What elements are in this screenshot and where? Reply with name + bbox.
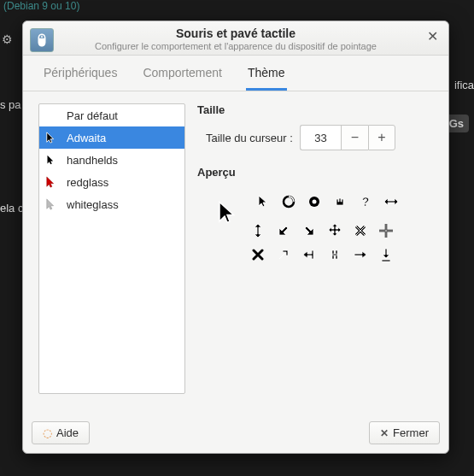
list-item[interactable]: handhelds <box>39 149 184 171</box>
cursor-size-input[interactable] <box>300 125 341 150</box>
preview-cursor-help-icon: ? <box>356 192 375 211</box>
tab-behavior[interactable]: Comportement <box>141 56 224 91</box>
preview-cursor-resize-v-icon <box>249 221 267 240</box>
list-item[interactable]: Par défaut <box>39 104 184 126</box>
theme-settings-pane: Taille Taille du curseur : − + Aperçu <box>197 103 433 406</box>
list-item[interactable]: redglass <box>39 171 184 193</box>
cursor-thumb-icon <box>44 197 58 211</box>
cursor-size-label: Taille du curseur : <box>206 132 293 144</box>
list-item[interactable]: Adwaita <box>39 126 184 149</box>
background-text: ifica <box>454 79 474 91</box>
mouse-settings-dialog: Souris et pavé tactile Configurer le com… <box>22 21 449 454</box>
dialog-title: Souris et pavé tactile <box>32 26 440 40</box>
size-section-title: Taille <box>197 103 433 116</box>
preview-cursor-x-icon <box>249 245 267 264</box>
preview-cursor-tab-right-icon <box>300 245 319 264</box>
background-text: s pa <box>0 98 21 111</box>
close-icon: ✕ <box>380 427 389 439</box>
tab-theme[interactable]: Thème <box>246 56 287 91</box>
list-item-label: redglass <box>67 176 108 189</box>
background-text: ela c <box>0 202 23 214</box>
cursor-thumb-icon <box>44 131 58 144</box>
list-item-label: Adwaita <box>67 132 106 144</box>
cursor-size-row: Taille du curseur : − + <box>206 125 433 150</box>
help-button[interactable]: ◌ Aide <box>32 421 90 444</box>
gear-icon[interactable]: ⚙ <box>2 32 13 46</box>
preview-cursor-resize-bl-icon <box>274 221 293 240</box>
preview-cursor-resize-br-icon <box>300 221 319 240</box>
mouse-app-icon <box>30 28 54 52</box>
list-item-label: handhelds <box>67 154 118 167</box>
list-item-label: whiteglass <box>67 198 119 211</box>
preview-cursor-default-icon <box>254 192 272 211</box>
preview-cursor-default-icon <box>213 199 242 228</box>
cursor-size-spinner: − + <box>300 125 395 150</box>
tab-bar: Périphériques Comportement Thème <box>23 56 448 91</box>
close-button-label: Fermer <box>393 426 429 439</box>
preview-cursor-arrow-ne-icon <box>274 245 293 264</box>
preview-section-title: Aperçu <box>197 166 433 179</box>
cursor-preview-grid: ? <box>213 187 433 264</box>
list-item[interactable]: whiteglass <box>39 193 184 215</box>
titlebar: Souris et pavé tactile Configurer le com… <box>23 21 448 56</box>
dialog-subtitle: Configurer le comportement et l'apparenc… <box>32 41 440 51</box>
preview-cursor-wait-icon <box>305 192 324 211</box>
help-icon: ◌ <box>43 426 52 439</box>
help-button-label: Aide <box>56 426 79 439</box>
preview-cursor-progress-icon <box>279 192 298 211</box>
close-dialog-button[interactable]: ✕ Fermer <box>369 421 440 444</box>
cursor-thumb-icon <box>44 109 58 122</box>
cursor-theme-list[interactable]: Par défaut Adwaita handhelds redglass <box>38 103 185 394</box>
close-icon: ✕ <box>427 29 438 44</box>
decrement-button[interactable]: − <box>341 125 368 150</box>
preview-cursor-hand-icon <box>331 192 349 211</box>
close-button[interactable]: ✕ <box>424 30 440 45</box>
cursor-thumb-icon <box>44 175 58 189</box>
preview-cursor-arrow-right-icon <box>351 245 370 264</box>
content-area: Par défaut Adwaita handhelds redglass <box>23 91 448 414</box>
svg-point-2 <box>313 200 317 204</box>
list-item-label: Par défaut <box>67 109 118 122</box>
preview-cursor-move-icon <box>325 221 344 240</box>
preview-cursor-resize-h-icon <box>382 192 401 211</box>
preview-cursor-not-allowed-icon <box>351 221 370 240</box>
preview-cursor-download-icon <box>377 245 395 264</box>
background-text: (Debian 9 ou 10) <box>3 0 79 12</box>
tab-peripherals[interactable]: Périphériques <box>42 56 119 91</box>
preview-cursor-text-icon <box>325 245 344 264</box>
svg-text:?: ? <box>362 195 370 209</box>
increment-button[interactable]: + <box>368 125 395 150</box>
cursor-thumb-icon <box>44 153 58 167</box>
preview-cursor-crosshair-icon <box>377 221 395 240</box>
dialog-footer: ◌ Aide ✕ Fermer <box>23 414 448 453</box>
